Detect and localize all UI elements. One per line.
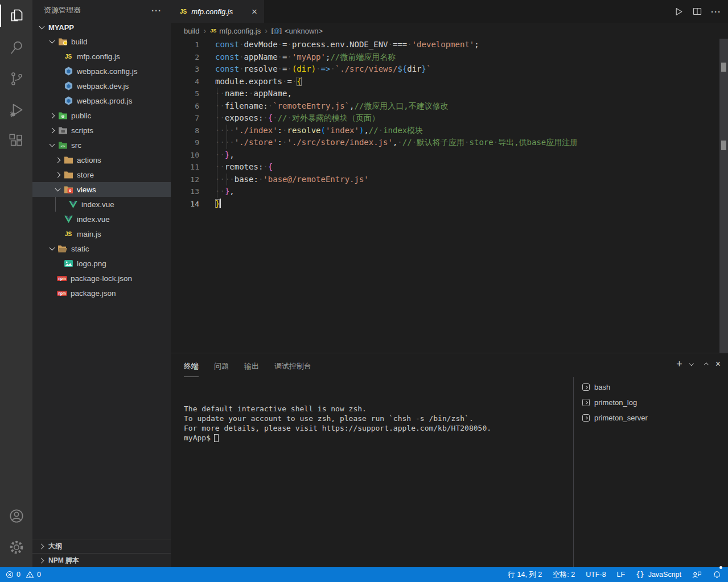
tree-item-actions[interactable]: actions bbox=[32, 152, 171, 167]
scrollbar-marker bbox=[721, 141, 726, 150]
code-line-5[interactable]: 5··name:·appName, bbox=[171, 88, 728, 100]
tree-item-label: webpack.dev.js bbox=[77, 82, 129, 90]
line-number: 14 bbox=[171, 198, 199, 210]
tree-item-label: logo.png bbox=[77, 259, 106, 268]
terminal-instance-primeton_server[interactable]: primeton_server bbox=[574, 410, 728, 426]
code-line-6[interactable]: 6··filename:·`remoteEntry.js`,//微应用入口,不建… bbox=[171, 100, 728, 113]
eol-status[interactable]: LF bbox=[617, 567, 626, 582]
tree-item-logo-png[interactable]: logo.png bbox=[32, 256, 171, 271]
code-line-1[interactable]: 1const·devMode·=·process.env.NODE_ENV·==… bbox=[171, 39, 728, 51]
code-line-14[interactable]: 14} bbox=[171, 198, 728, 210]
terminal-line: The default interactive shell is now zsh… bbox=[184, 404, 573, 414]
activitybar-explorer-icon[interactable] bbox=[0, 0, 32, 31]
tree-item-label: index.vue bbox=[77, 215, 110, 224]
activitybar-settings-icon[interactable] bbox=[0, 531, 32, 563]
activitybar-search-icon[interactable] bbox=[0, 31, 32, 63]
cursor-position[interactable]: 行 14, 列 2 bbox=[508, 567, 542, 582]
tree-item-main-js[interactable]: JSmain.js bbox=[32, 226, 171, 241]
more-actions-icon[interactable]: ··· bbox=[151, 6, 162, 15]
code-line-8[interactable]: 8····'./index':·resolve('index'),//·inde… bbox=[171, 125, 728, 137]
tree-item-scripts[interactable]: scripts bbox=[32, 123, 171, 138]
tree-item-webpack-dev-js[interactable]: webpack.dev.js bbox=[32, 79, 171, 93]
code-line-7[interactable]: 7··exposes:·{·//·对外暴露的模块（页面） bbox=[171, 112, 728, 125]
js-icon: JS bbox=[63, 229, 73, 238]
code-editor[interactable]: 1const·devMode·=·process.env.NODE_ENV·==… bbox=[171, 39, 728, 353]
panel-tab-输出[interactable]: 输出 bbox=[244, 361, 259, 377]
notifications-bell-icon[interactable] bbox=[713, 567, 721, 582]
tree-item-label: scripts bbox=[71, 126, 93, 135]
activitybar-run-debug-icon[interactable] bbox=[0, 94, 32, 125]
warning-count: 0 bbox=[37, 571, 41, 579]
tree-item-build[interactable]: build bbox=[32, 34, 171, 49]
terminal-icon bbox=[582, 383, 590, 391]
tree-item-label: static bbox=[71, 245, 89, 253]
tree-item-package-lock-json[interactable]: npmpackage-lock.json bbox=[32, 271, 171, 286]
notification-dot bbox=[719, 566, 722, 569]
webpack-icon bbox=[63, 67, 73, 76]
tree-item-label: views bbox=[77, 185, 96, 194]
chevron-down-icon[interactable] bbox=[690, 364, 693, 365]
tree-item-package-json[interactable]: npmpackage.json bbox=[32, 286, 171, 300]
line-number: 1 bbox=[171, 39, 199, 51]
tab-mfp-config-js[interactable]: JS mfp.config.js × bbox=[171, 0, 264, 23]
code-line-13[interactable]: 13··}, bbox=[171, 185, 728, 198]
tree-item-index-vue[interactable]: index.vue bbox=[32, 197, 171, 212]
terminal-icon bbox=[582, 399, 590, 406]
close-panel-icon[interactable]: × bbox=[715, 360, 721, 369]
code-line-4[interactable]: 4module.exports·=·{ bbox=[171, 76, 728, 88]
more-actions-icon[interactable]: ··· bbox=[711, 7, 721, 16]
language-mode[interactable]: {} JavaScript bbox=[636, 567, 681, 582]
panel-tab-问题[interactable]: 问题 bbox=[214, 361, 229, 377]
svg-text:<>: <> bbox=[60, 144, 65, 148]
code-line-3[interactable]: 3const·resolve·=·(dir)·=>·`./src/views/$… bbox=[171, 63, 728, 76]
npm-scripts-section[interactable]: NPM 脚本 bbox=[32, 553, 171, 567]
code-line-11[interactable]: 11··remotes:·{ bbox=[171, 161, 728, 174]
tree-item-mfp-config-js[interactable]: JSmfp.config.js bbox=[32, 49, 171, 64]
activitybar-account-icon[interactable] bbox=[0, 500, 32, 531]
activitybar-extensions-icon[interactable] bbox=[0, 125, 32, 156]
tree-root-myapp[interactable]: MYAPP bbox=[32, 20, 171, 34]
terminal-instance-bash[interactable]: bash bbox=[574, 379, 728, 395]
breadcrumb-segment[interactable]: JSmfp.config.js bbox=[210, 27, 261, 35]
tree-item-webpack-config-js[interactable]: webpack.config.js bbox=[32, 64, 171, 79]
maximize-panel-icon[interactable] bbox=[705, 362, 708, 367]
code-line-10[interactable]: 10··}, bbox=[171, 149, 728, 162]
panel-tab-调试控制台[interactable]: 调试控制台 bbox=[274, 361, 311, 377]
editor-actions: ··· bbox=[674, 0, 721, 23]
breadcrumb-segment[interactable]: build bbox=[184, 27, 199, 35]
encoding-status[interactable]: UTF-8 bbox=[586, 567, 606, 582]
folder-icon bbox=[63, 155, 73, 164]
code-line-12[interactable]: 12····base:·'base@/remoteEntry.js' bbox=[171, 174, 728, 186]
tree-item-src[interactable]: <>src bbox=[32, 138, 171, 152]
tree-item-store[interactable]: store bbox=[32, 167, 171, 182]
terminal-icon bbox=[582, 414, 590, 422]
run-icon[interactable] bbox=[674, 7, 684, 16]
panel-tab-终端[interactable]: 终端 bbox=[184, 361, 199, 377]
terminal-output[interactable]: The default interactive shell is now zsh… bbox=[171, 377, 573, 567]
tree-item-index-vue[interactable]: index.vue bbox=[32, 212, 171, 226]
tree-item-static[interactable]: static bbox=[32, 241, 171, 256]
tree-item-views[interactable]: views bbox=[32, 182, 171, 197]
problems-status[interactable]: 0 0 bbox=[6, 567, 41, 582]
tree-item-webpack-prod-js[interactable]: webpack.prod.js bbox=[32, 93, 171, 108]
split-editor-icon[interactable] bbox=[693, 7, 702, 16]
chevron-right-icon bbox=[39, 558, 44, 563]
close-icon[interactable]: × bbox=[249, 7, 260, 16]
feedback-icon[interactable] bbox=[692, 567, 702, 582]
outline-section[interactable]: 大纲 bbox=[32, 539, 171, 553]
folder-src-icon: <> bbox=[57, 141, 68, 150]
tree-item-label: index.vue bbox=[81, 200, 114, 209]
tree-item-label: package.json bbox=[71, 289, 116, 298]
warning-icon bbox=[26, 571, 34, 579]
activitybar-source-control-icon[interactable] bbox=[0, 63, 32, 94]
indentation-status[interactable]: 空格: 2 bbox=[553, 567, 575, 582]
editor-scrollbar[interactable] bbox=[719, 39, 728, 353]
chevron-right-icon bbox=[46, 129, 57, 133]
tree-item-public[interactable]: public bbox=[32, 108, 171, 123]
code-line-9[interactable]: 9····'./store':·'./src/store/index.js',·… bbox=[171, 137, 728, 149]
code-line-2[interactable]: 2const·appName·=·'myApp';//微前端应用名称 bbox=[171, 51, 728, 64]
new-terminal-icon[interactable]: + bbox=[676, 359, 682, 369]
terminal-instance-primeton_log[interactable]: primeton_log bbox=[574, 395, 728, 410]
breadcrumb-segment[interactable]: [@]<unknown> bbox=[272, 27, 323, 35]
tree-item-label: store bbox=[77, 171, 94, 179]
